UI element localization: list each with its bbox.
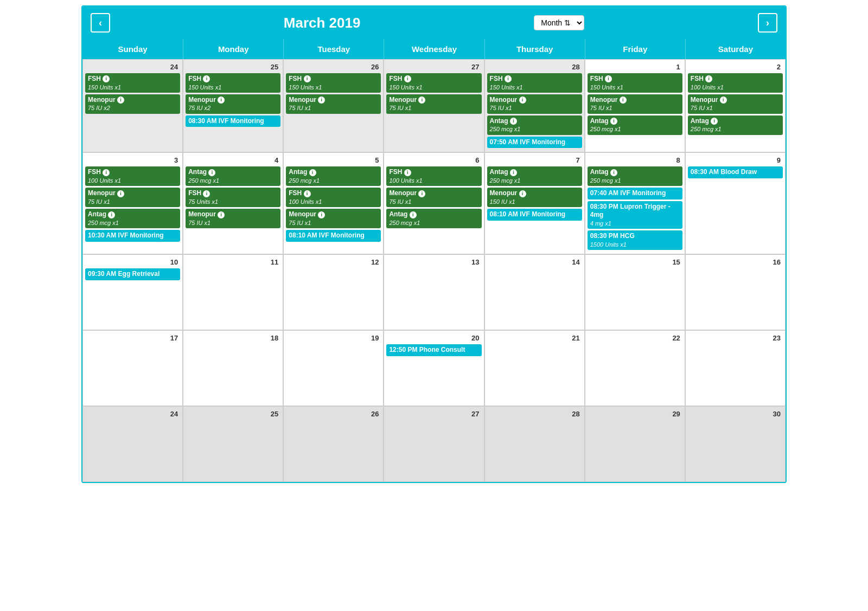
day-cell[interactable]: 4Antag i250 mcg x1FSH i75 Units x1Menopu…	[183, 152, 283, 254]
event[interactable]: 12:50 PM Phone Consult	[386, 344, 481, 356]
event[interactable]: 08:30 AM Blood Draw	[688, 166, 783, 178]
info-icon[interactable]: i	[605, 75, 612, 82]
day-cell[interactable]: 17	[82, 330, 183, 406]
day-cell[interactable]: 1FSH i150 Units x1Menopur i75 IU x1Antag…	[585, 59, 685, 152]
event[interactable]: Menopur i75 IU x1	[688, 94, 783, 114]
day-cell[interactable]: 7Antag i250 mcg x1Menopur i150 IU x108:1…	[484, 152, 585, 254]
info-icon[interactable]: i	[218, 97, 225, 104]
day-cell[interactable]: 27	[384, 406, 484, 482]
event[interactable]: FSH i150 Units x1	[286, 73, 381, 93]
event[interactable]: FSH i150 Units x1	[386, 73, 481, 93]
day-cell[interactable]: 25FSH i150 Units x1Menopur i75 IU x208:3…	[183, 59, 283, 152]
event[interactable]: Menopur i75 IU x1	[386, 188, 481, 207]
info-icon[interactable]: i	[418, 97, 425, 104]
info-icon[interactable]: i	[519, 190, 526, 197]
day-cell[interactable]: 28FSH i150 Units x1Menopur i75 IU x1Anta…	[484, 59, 585, 152]
event[interactable]: 08:30 PM HCG1500 Units x1	[588, 230, 682, 250]
day-cell[interactable]: 2FSH i100 Units x1Menopur i75 IU x1Antag…	[685, 59, 786, 152]
info-icon[interactable]: i	[318, 97, 325, 104]
next-button[interactable]: ›	[758, 13, 777, 33]
event[interactable]: 07:40 AM IVF Monitoring	[588, 188, 682, 200]
event[interactable]: 09:30 AM Egg Retrieval	[85, 268, 180, 280]
info-icon[interactable]: i	[208, 169, 215, 176]
day-cell[interactable]: 14	[484, 254, 585, 330]
day-cell[interactable]: 12	[283, 254, 384, 330]
event[interactable]: Antag i250 mcg x1	[386, 209, 481, 228]
info-icon[interactable]: i	[309, 169, 316, 176]
day-cell[interactable]: 21	[484, 330, 585, 406]
info-icon[interactable]: i	[318, 211, 325, 218]
event[interactable]: FSH i75 Units x1	[186, 188, 280, 207]
event[interactable]: FSH i100 Units x1	[286, 188, 381, 207]
event[interactable]: Menopur i75 IU x1	[286, 94, 381, 114]
info-icon[interactable]: i	[103, 75, 110, 82]
info-icon[interactable]: i	[203, 75, 210, 82]
event[interactable]: Antag i250 mcg x1	[186, 166, 280, 186]
info-icon[interactable]: i	[218, 211, 225, 218]
info-icon[interactable]: i	[108, 211, 115, 218]
event[interactable]: FSH i150 Units x1	[186, 73, 280, 93]
event[interactable]: Menopur i150 IU x1	[487, 188, 582, 207]
info-icon[interactable]: i	[304, 190, 311, 197]
event[interactable]: Menopur i75 IU x1	[85, 188, 180, 207]
event[interactable]: Antag i250 mcg x1	[688, 115, 783, 135]
day-cell[interactable]: 22	[585, 330, 685, 406]
day-cell[interactable]: 26FSH i150 Units x1Menopur i75 IU x1	[283, 59, 384, 152]
info-icon[interactable]: i	[705, 75, 712, 82]
day-cell[interactable]: 8Antag i250 mcg x107:40 AM IVF Monitorin…	[585, 152, 685, 254]
event[interactable]: Menopur i75 IU x2	[85, 94, 180, 114]
event[interactable]: Menopur i75 IU x2	[186, 94, 280, 114]
day-cell[interactable]: 25	[183, 406, 283, 482]
day-cell[interactable]: 1009:30 AM Egg Retrieval	[82, 254, 183, 330]
event[interactable]: Antag i250 mcg x1	[487, 115, 582, 135]
info-icon[interactable]: i	[203, 190, 210, 197]
info-icon[interactable]: i	[620, 97, 627, 104]
info-icon[interactable]: i	[510, 169, 517, 176]
prev-button[interactable]: ‹	[91, 13, 110, 33]
event[interactable]: FSH i150 Units x1	[85, 73, 180, 93]
day-cell[interactable]: 5Antag i250 mcg x1FSH i100 Units x1Menop…	[283, 152, 384, 254]
info-icon[interactable]: i	[410, 211, 417, 218]
info-icon[interactable]: i	[404, 169, 411, 176]
info-icon[interactable]: i	[711, 118, 718, 125]
event[interactable]: FSH i100 Units x1	[386, 166, 481, 186]
event[interactable]: Antag i250 mcg x1	[487, 166, 582, 186]
day-cell[interactable]: 28	[484, 406, 585, 482]
event[interactable]: Antag i250 mcg x1	[588, 166, 682, 186]
info-icon[interactable]: i	[610, 118, 617, 125]
event[interactable]: FSH i150 Units x1	[487, 73, 582, 93]
day-cell[interactable]: 26	[283, 406, 384, 482]
event[interactable]: 08:30 PM Lupron Trigger - 4mg4 mg x1	[588, 201, 682, 229]
event[interactable]: 10:30 AM IVF Monitoring	[85, 230, 180, 242]
event[interactable]: 08:10 AM IVF Monitoring	[487, 209, 582, 221]
day-cell[interactable]: 24	[82, 406, 183, 482]
day-cell[interactable]: 2012:50 PM Phone Consult	[384, 330, 484, 406]
event[interactable]: 08:10 AM IVF Monitoring	[286, 230, 381, 242]
info-icon[interactable]: i	[404, 75, 411, 82]
day-cell[interactable]: 30	[685, 406, 786, 482]
day-cell[interactable]: 19	[283, 330, 384, 406]
info-icon[interactable]: i	[103, 169, 110, 176]
event[interactable]: Menopur i75 IU x1	[186, 209, 280, 228]
event[interactable]: FSH i150 Units x1	[588, 73, 682, 93]
day-cell[interactable]: 13	[384, 254, 484, 330]
event[interactable]: FSH i100 Units x1	[85, 166, 180, 186]
event[interactable]: 08:30 AM IVF Monitoring	[186, 115, 280, 127]
event[interactable]: Antag i250 mcg x1	[286, 166, 381, 186]
day-cell[interactable]: 15	[585, 254, 685, 330]
info-icon[interactable]: i	[519, 97, 526, 104]
event[interactable]: 07:50 AM IVF Monitoring	[487, 137, 582, 149]
info-icon[interactable]: i	[510, 118, 517, 125]
event[interactable]: FSH i100 Units x1	[688, 73, 783, 93]
day-cell[interactable]: 23	[685, 330, 786, 406]
info-icon[interactable]: i	[304, 75, 311, 82]
event[interactable]: Antag i250 mcg x1	[588, 115, 682, 135]
view-select[interactable]: Month ⇅ Week Day	[534, 15, 584, 30]
event[interactable]: Antag i250 mcg x1	[85, 209, 180, 228]
day-cell[interactable]: 11	[183, 254, 283, 330]
day-cell[interactable]: 908:30 AM Blood Draw	[685, 152, 786, 254]
day-cell[interactable]: 24FSH i150 Units x1Menopur i75 IU x2	[82, 59, 183, 152]
info-icon[interactable]: i	[418, 190, 425, 197]
info-icon[interactable]: i	[610, 169, 617, 176]
event[interactable]: Menopur i75 IU x1	[386, 94, 481, 114]
